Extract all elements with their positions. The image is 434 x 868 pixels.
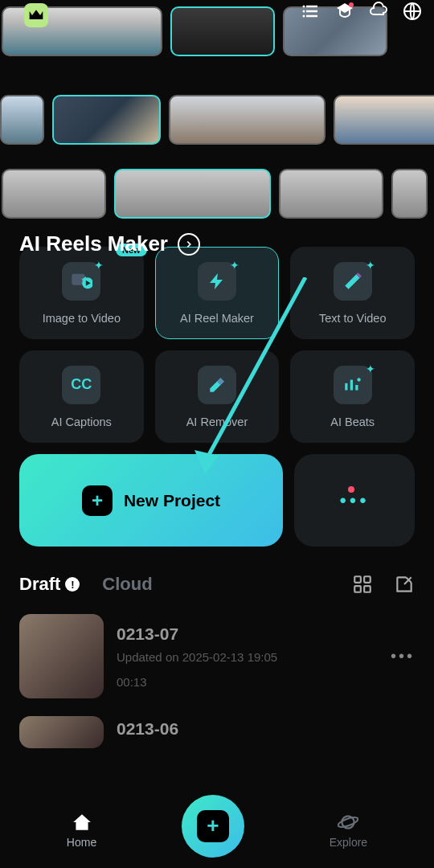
feature-label: AI Remover [186,416,248,428]
section-title: AI Reels Maker [19,231,168,256]
edit-icon[interactable] [394,574,415,595]
template-thumbnail[interactable] [391,169,428,219]
svg-rect-7 [345,383,347,390]
top-icons [301,2,422,21]
tab-cloud[interactable]: Cloud [102,574,152,595]
svg-point-1 [303,10,305,13]
action-row: + New Project ••• [0,454,434,547]
plus-icon: + [197,810,229,842]
svg-rect-8 [350,379,352,390]
feature-ai-beats[interactable]: ✦ AI Beats [290,350,415,443]
chevron-right-icon [178,233,200,256]
image-video-icon: ✦ [62,262,100,301]
feature-label: AI Reel Maker [180,312,254,325]
feature-label: AI Captions [51,416,112,428]
feature-ai-reel-maker[interactable]: ✦ AI Reel Maker [155,247,280,339]
draft-info: 0213-06 [117,719,415,745]
pencil-icon: ✦ [334,262,372,301]
draft-info: 0213-07 Updated on 2025-02-13 19:05 00:1… [117,624,378,689]
svg-rect-9 [355,385,358,391]
feature-text-to-video[interactable]: ✦ Text to Video [290,247,415,339]
feature-ai-captions[interactable]: CC AI Captions [19,350,144,443]
template-thumbnail[interactable] [2,169,106,219]
nav-home-label: Home [67,836,96,849]
draft-thumbnail [19,716,104,748]
svg-point-0 [303,6,305,8]
feature-image-to-video[interactable]: New ✦ Image to Video [19,247,144,339]
bottom-nav: Home + Explore [0,792,434,868]
svg-rect-14 [364,586,371,592]
nav-explore-label: Explore [330,836,367,849]
draft-list: 0213-07 Updated on 2025-02-13 19:05 00:1… [0,614,434,748]
svg-point-16 [338,815,358,829]
draft-updated: Updated on 2025-02-13 19:05 [117,650,378,664]
template-thumbnail[interactable] [52,95,161,145]
draft-title: 0213-07 [117,624,378,644]
svg-point-10 [357,378,360,381]
notification-dot [348,486,354,493]
feature-label: AI Beats [330,416,375,428]
draft-thumbnail [19,614,104,698]
feature-ai-remover[interactable]: AI Remover [155,350,280,443]
draft-duration: 00:13 [117,675,378,689]
graduation-icon[interactable] [335,2,354,21]
draft-more-icon[interactable]: ••• [391,647,415,665]
music-bars-icon: ✦ [334,366,372,404]
draft-title: 0213-06 [117,719,415,739]
svg-point-3 [349,2,354,7]
draft-item[interactable]: 0213-06 [19,716,415,748]
new-project-button[interactable]: + New Project [19,454,283,547]
captions-icon: CC [62,366,100,404]
gallery-row-3 [0,169,434,219]
plus-icon: + [82,485,113,516]
template-thumbnail[interactable] [279,169,383,219]
tab-cloud-label: Cloud [102,574,152,595]
nav-home[interactable]: Home [67,812,96,849]
premium-badge[interactable] [24,3,48,27]
feature-label: Text to Video [319,312,387,325]
new-project-label: New Project [124,491,220,510]
template-thumbnail[interactable] [114,169,271,219]
drafts-header: Draft ! Cloud [0,574,434,595]
feature-grid: New ✦ Image to Video ✦ AI Reel Maker ✦ T… [0,247,434,443]
svg-rect-12 [364,576,371,583]
tab-draft-label: Draft [19,574,60,595]
feature-label: Image to Video [43,312,121,325]
alert-icon: ! [65,577,80,592]
grid-icon[interactable] [352,574,373,595]
template-gallery [0,0,434,219]
dots-icon: ••• [339,489,369,512]
eraser-icon [198,366,236,404]
nav-explore[interactable]: Explore [330,812,367,849]
template-thumbnail[interactable] [170,6,275,56]
cloud-icon[interactable] [369,2,388,21]
crown-icon [28,9,44,22]
planet-icon [338,812,358,833]
template-thumbnail[interactable] [334,95,434,145]
draft-item[interactable]: 0213-07 Updated on 2025-02-13 19:05 00:1… [19,614,415,698]
home-icon [72,812,92,833]
tab-draft[interactable]: Draft ! [19,574,80,595]
gallery-row-2 [0,95,434,145]
fab-create[interactable]: + [182,795,244,858]
template-thumbnail[interactable] [169,95,326,145]
globe-icon[interactable] [403,2,422,21]
template-thumbnail[interactable] [0,95,44,145]
svg-rect-11 [354,576,361,583]
section-header[interactable]: AI Reels Maker [19,231,200,256]
more-button[interactable]: ••• [294,454,415,547]
svg-point-2 [303,15,305,18]
svg-rect-13 [354,586,361,592]
list-icon[interactable] [301,2,321,21]
lightning-icon: ✦ [198,262,236,301]
